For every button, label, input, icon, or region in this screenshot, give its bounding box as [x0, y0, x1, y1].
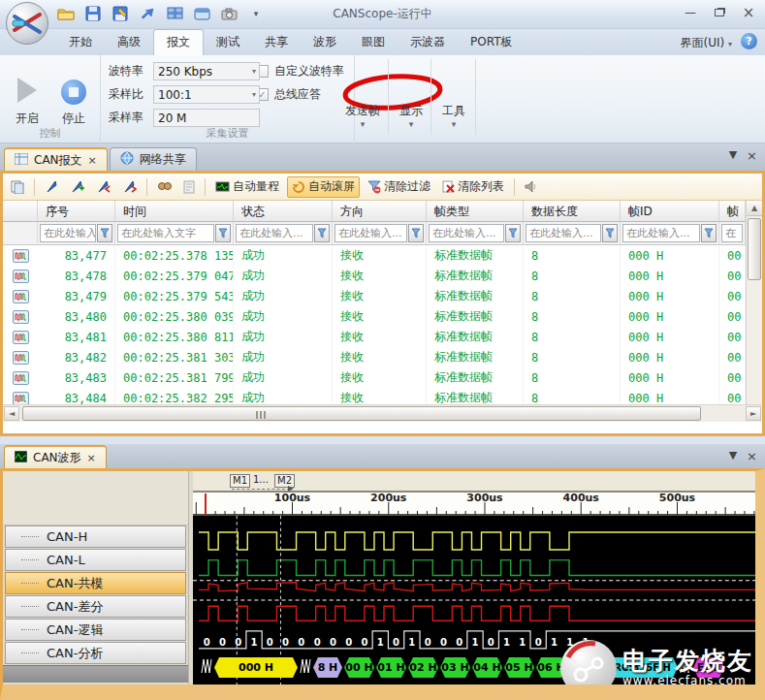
chevron-down-icon[interactable]: ▾ [252, 90, 256, 99]
tab-network-share[interactable]: 网络共享 [110, 147, 197, 171]
vertical-scroll-thumb[interactable] [748, 218, 761, 280]
scroll-up-icon[interactable]: ▲ [747, 201, 762, 216]
restore-button[interactable] [711, 6, 728, 19]
ui-menu[interactable]: 界面(UI) ▾ [680, 35, 732, 51]
tab-can-messages[interactable]: CAN报文 × [4, 147, 108, 171]
prev-marker-icon[interactable] [92, 176, 114, 198]
bus-ack-checkbox[interactable]: ✓ 总线应答 [256, 86, 321, 103]
ribbon-tab-4[interactable]: 测试 [204, 30, 252, 55]
tab-can-waveform[interactable]: CAN波形 × [4, 445, 107, 468]
marker-mid[interactable]: 1... [251, 474, 271, 486]
column-header-time[interactable]: 时间 [115, 201, 234, 222]
clear-filter-button[interactable]: 清除过滤 [364, 176, 434, 198]
field-value-dropdown[interactable]: 100:1▾ [153, 85, 260, 104]
close-tab-icon[interactable]: × [87, 452, 96, 464]
time-ruler[interactable]: 100us200us300us400us500us [193, 493, 755, 516]
table-row[interactable]: 83,47900:02:25.379 543成功接收标准数据帧8000 H00 [3, 286, 746, 306]
auto-range-button[interactable]: 自动量程 [211, 176, 283, 198]
custom-baud-checkbox[interactable]: 自定义波特率 [256, 63, 344, 80]
filter-funnel-icon[interactable] [701, 224, 717, 242]
pane-menu-icon[interactable]: ▼ [729, 449, 737, 463]
column-header-dir[interactable]: 方向 [333, 201, 427, 222]
marker-m1[interactable]: M1 [230, 474, 250, 488]
frame-waveform-icon[interactable] [13, 371, 29, 385]
ribbon-tab-7[interactable]: 眼图 [349, 30, 398, 55]
filter-input[interactable]: 在此处输入... [622, 224, 700, 242]
pane-menu-icon[interactable]: ▼ [729, 148, 737, 163]
column-header-dlc[interactable]: 数据长度 [524, 201, 621, 222]
filter-input[interactable]: 在 [721, 224, 743, 242]
speaker-icon[interactable] [521, 176, 542, 198]
pane-close-icon[interactable]: × [747, 148, 757, 163]
send-frame-button[interactable]: 发送帧▾ [341, 59, 384, 135]
pane-close-icon[interactable]: × [747, 449, 757, 463]
chevron-down-icon[interactable]: ▾ [252, 67, 256, 76]
minimize-button[interactable]: — [682, 6, 699, 19]
scroll-left-icon[interactable]: ◄ [4, 406, 19, 421]
frame-waveform-icon[interactable] [13, 249, 29, 263]
filter-funnel-icon[interactable] [408, 224, 424, 242]
table-row[interactable]: 83,48300:02:25.381 799成功接收标准数据帧8000 H00 [3, 367, 746, 388]
channel-button-can-[interactable]: CAN-分析 [5, 642, 186, 664]
column-header-ftype[interactable]: 帧类型 [427, 201, 524, 222]
display-button[interactable]: 显示▾ [390, 59, 432, 135]
field-value-dropdown[interactable]: 20 M [153, 109, 260, 127]
table-row[interactable]: 83,47800:02:25.379 047成功接收标准数据帧8000 H00 [3, 266, 746, 286]
auto-scroll-button[interactable]: 自动滚屏 [287, 176, 360, 198]
filter-funnel-icon[interactable] [314, 224, 330, 242]
search-icon[interactable] [153, 176, 175, 198]
add-marker-icon[interactable] [66, 176, 88, 198]
horizontal-scroll-thumb[interactable] [22, 406, 701, 421]
scroll-right-icon[interactable]: ► [746, 406, 761, 421]
next-marker-icon[interactable] [118, 176, 141, 198]
channel-button-can-[interactable]: CAN-逻辑 [5, 619, 186, 641]
column-header-fdata[interactable]: 帧 [719, 201, 746, 222]
start-button[interactable]: 开启 [6, 59, 48, 135]
table-row[interactable]: 83,48200:02:25.381 303成功接收标准数据帧8000 H00 [3, 347, 746, 367]
ribbon-tab-8[interactable]: 示波器 [398, 30, 458, 55]
frame-waveform-icon[interactable] [13, 392, 29, 405]
table-row[interactable]: 83,48000:02:25.380 039成功接收标准数据帧8000 H00 [3, 306, 746, 327]
frame-waveform-icon[interactable] [13, 331, 29, 344]
help-button[interactable]: ? [741, 33, 757, 49]
channel-button-can-[interactable]: CAN-差分 [5, 595, 186, 618]
channel-button-can-[interactable]: CAN-共模 [5, 572, 186, 594]
column-header-icon[interactable] [3, 201, 38, 222]
close-button[interactable]: × [740, 6, 757, 19]
filter-input[interactable]: 在此处输入文字 [117, 224, 214, 242]
filter-input[interactable]: 在此处输入... [40, 224, 96, 242]
frame-waveform-icon[interactable] [13, 270, 29, 283]
filter-input[interactable]: 在此处输入... [236, 224, 313, 242]
filter-funnel-icon[interactable] [215, 224, 231, 242]
filter-funnel-icon[interactable] [505, 224, 521, 242]
ribbon-tab-9[interactable]: PORT板 [458, 30, 525, 55]
ribbon-tab-1[interactable]: 开始 [56, 30, 105, 55]
table-row[interactable]: 83,48100:02:25.380 811成功接收标准数据帧8000 H00 [3, 327, 746, 347]
column-header-seq[interactable]: 序号 [38, 201, 115, 222]
field-value-dropdown[interactable]: 250 Kbps▾ [153, 62, 260, 80]
ribbon-tab-6[interactable]: 波形 [301, 30, 349, 55]
ribbon-tab-3[interactable]: 报文 [153, 29, 204, 55]
channel-button-can-h[interactable]: CAN-H [5, 525, 186, 548]
stop-button[interactable]: 停止 [52, 59, 95, 135]
ribbon-tab-5[interactable]: 共享 [252, 30, 301, 55]
horizontal-scrollbar[interactable]: ◄ ► [3, 404, 762, 422]
column-header-fid[interactable]: 帧ID [621, 201, 719, 222]
cursor-marker-icon[interactable] [41, 176, 62, 198]
filter-funnel-icon[interactable] [97, 224, 112, 242]
column-header-status[interactable]: 状态 [234, 201, 333, 222]
channel-button-can-l[interactable]: CAN-L [5, 549, 186, 571]
frame-waveform-icon[interactable] [13, 351, 29, 365]
filter-input[interactable]: 在此处输入... [429, 224, 504, 242]
close-tab-icon[interactable]: × [88, 154, 97, 167]
copy-button[interactable] [7, 176, 28, 198]
frame-waveform-icon[interactable] [13, 310, 29, 324]
vertical-scrollbar[interactable]: ▲ [746, 201, 762, 404]
filter-input[interactable]: 在此处输入... [526, 224, 601, 242]
ribbon-tab-2[interactable]: 高级 [105, 30, 153, 55]
tools-button[interactable]: 工具▾ [432, 59, 475, 135]
table-row[interactable]: 83,48400:02:25.382 295成功接收标准数据帧8000 H00 [3, 388, 746, 404]
filter-input[interactable]: 在此处输入... [335, 224, 407, 242]
filter-funnel-icon[interactable] [602, 224, 618, 242]
clear-list-button[interactable]: 清除列表 [438, 176, 508, 198]
